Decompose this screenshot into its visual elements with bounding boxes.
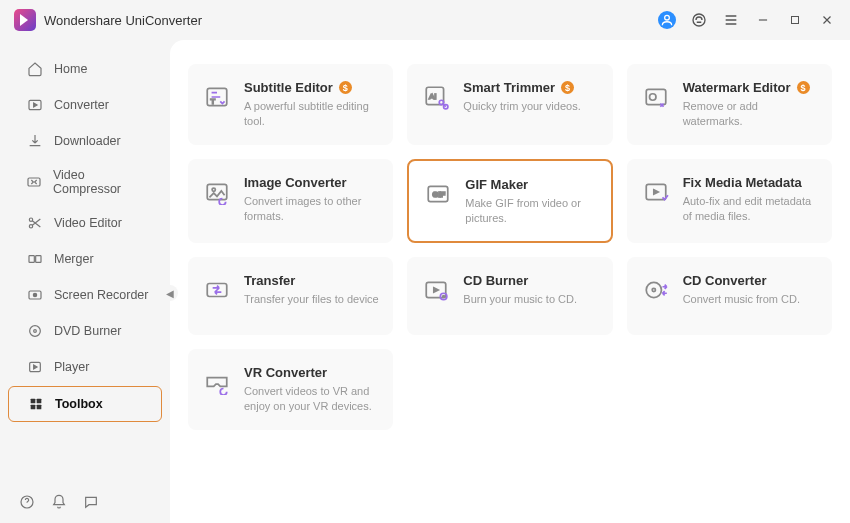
tool-description: Transfer your files to device bbox=[244, 292, 379, 307]
sidebar-item-label: DVD Burner bbox=[54, 324, 121, 338]
svg-point-10 bbox=[33, 293, 36, 296]
svg-point-12 bbox=[34, 330, 37, 333]
premium-badge-icon: $ bbox=[561, 81, 574, 94]
svg-point-5 bbox=[29, 218, 32, 221]
gif-icon: GIF bbox=[423, 179, 453, 209]
help-button[interactable] bbox=[18, 493, 36, 511]
converter-icon bbox=[26, 96, 44, 114]
tool-description: Convert music from CD. bbox=[683, 292, 818, 307]
feedback-button[interactable] bbox=[82, 493, 100, 511]
subtitle-icon: T bbox=[202, 82, 232, 112]
svg-rect-16 bbox=[31, 405, 36, 410]
sidebar-item-home[interactable]: Home bbox=[8, 52, 162, 86]
sidebar-collapse-button[interactable]: ◀ bbox=[162, 285, 178, 301]
tool-title: Fix Media Metadata bbox=[683, 175, 802, 190]
disc-icon bbox=[26, 322, 44, 340]
notifications-button[interactable] bbox=[50, 493, 68, 511]
sidebar-item-screen-recorder[interactable]: Screen Recorder bbox=[8, 278, 162, 312]
tool-description: Burn your music to CD. bbox=[463, 292, 598, 307]
home-icon bbox=[26, 60, 44, 78]
nav-list: Home Converter Downloader Video Compress… bbox=[0, 50, 170, 481]
sidebar-item-player[interactable]: Player bbox=[8, 350, 162, 384]
tool-card-cdburn[interactable]: CD BurnerBurn your music to CD. bbox=[407, 257, 612, 335]
tool-description: Convert images to other formats. bbox=[244, 194, 379, 224]
svg-rect-17 bbox=[37, 405, 42, 410]
sidebar-item-toolbox[interactable]: Toolbox bbox=[8, 386, 162, 422]
tool-card-metadata[interactable]: Fix Media MetadataAuto-fix and edit meta… bbox=[627, 159, 832, 244]
support-button[interactable] bbox=[690, 11, 708, 29]
tool-description: Make GIF from video or pictures. bbox=[465, 196, 596, 226]
main-content: TSubtitle Editor$A powerful subtitle edi… bbox=[170, 40, 850, 523]
titlebar: Wondershare UniConverter bbox=[0, 0, 850, 40]
svg-text:T: T bbox=[211, 97, 216, 106]
tool-title: Watermark Editor bbox=[683, 80, 791, 95]
svg-point-6 bbox=[29, 225, 32, 228]
tool-title: Smart Trimmer bbox=[463, 80, 555, 95]
sidebar-item-label: Home bbox=[54, 62, 87, 76]
premium-badge-icon: $ bbox=[339, 81, 352, 94]
tool-card-watermark[interactable]: Watermark Editor$Remove or add watermark… bbox=[627, 64, 832, 145]
minimize-button[interactable] bbox=[754, 11, 772, 29]
metadata-icon bbox=[641, 177, 671, 207]
svg-rect-2 bbox=[792, 17, 799, 24]
play-icon bbox=[26, 358, 44, 376]
sidebar-item-video-editor[interactable]: Video Editor bbox=[8, 206, 162, 240]
tool-title: Transfer bbox=[244, 273, 295, 288]
sidebar-item-label: Toolbox bbox=[55, 397, 103, 411]
premium-badge-icon: $ bbox=[797, 81, 810, 94]
tool-title: CD Burner bbox=[463, 273, 528, 288]
svg-point-0 bbox=[665, 15, 670, 20]
sidebar-item-label: Video Editor bbox=[54, 216, 122, 230]
sidebar-item-label: Converter bbox=[54, 98, 109, 112]
compress-icon bbox=[26, 173, 43, 191]
user-account-button[interactable] bbox=[658, 11, 676, 29]
svg-rect-15 bbox=[37, 399, 42, 404]
svg-rect-8 bbox=[36, 256, 41, 263]
sidebar-item-label: Screen Recorder bbox=[54, 288, 149, 302]
record-icon bbox=[26, 286, 44, 304]
cdburn-icon bbox=[421, 275, 451, 305]
sidebar-item-merger[interactable]: Merger bbox=[8, 242, 162, 276]
svg-rect-14 bbox=[31, 399, 36, 404]
tool-card-cdconv[interactable]: CD ConverterConvert music from CD. bbox=[627, 257, 832, 335]
sidebar-item-converter[interactable]: Converter bbox=[8, 88, 162, 122]
tool-card-trimmer[interactable]: AISmart Trimmer$Quicky trim your videos. bbox=[407, 64, 612, 145]
maximize-button[interactable] bbox=[786, 11, 804, 29]
tool-card-image[interactable]: Image ConverterConvert images to other f… bbox=[188, 159, 393, 244]
svg-point-26 bbox=[649, 94, 656, 101]
transfer-icon bbox=[202, 275, 232, 305]
svg-point-28 bbox=[212, 188, 215, 191]
sidebar-item-label: Video Compressor bbox=[53, 168, 150, 196]
tool-title: Subtitle Editor bbox=[244, 80, 333, 95]
tool-description: Auto-fix and edit metadata of media file… bbox=[683, 194, 818, 224]
svg-point-35 bbox=[443, 296, 445, 298]
sidebar-item-label: Player bbox=[54, 360, 89, 374]
svg-point-11 bbox=[30, 326, 41, 337]
sidebar-item-label: Downloader bbox=[54, 134, 121, 148]
tool-card-vr[interactable]: VR ConverterConvert videos to VR and enj… bbox=[188, 349, 393, 430]
svg-point-1 bbox=[693, 14, 705, 26]
tool-title: VR Converter bbox=[244, 365, 327, 380]
tool-card-gif[interactable]: GIFGIF MakerMake GIF from video or pictu… bbox=[407, 159, 612, 244]
tool-title: Image Converter bbox=[244, 175, 347, 190]
svg-text:AI: AI bbox=[429, 92, 437, 101]
sidebar-item-downloader[interactable]: Downloader bbox=[8, 124, 162, 158]
tool-description: Remove or add watermarks. bbox=[683, 99, 818, 129]
tool-description: Quicky trim your videos. bbox=[463, 99, 598, 114]
app-title: Wondershare UniConverter bbox=[44, 13, 202, 28]
tool-description: Convert videos to VR and enjoy on your V… bbox=[244, 384, 379, 414]
svg-text:GIF: GIF bbox=[433, 190, 446, 199]
tool-title: GIF Maker bbox=[465, 177, 528, 192]
svg-rect-7 bbox=[29, 256, 34, 263]
scissors-icon bbox=[26, 214, 44, 232]
menu-button[interactable] bbox=[722, 11, 740, 29]
vr-icon bbox=[202, 367, 232, 397]
sidebar-item-video-compressor[interactable]: Video Compressor bbox=[8, 160, 162, 204]
close-button[interactable] bbox=[818, 11, 836, 29]
merger-icon bbox=[26, 250, 44, 268]
app-logo-icon bbox=[14, 9, 36, 31]
sidebar-item-dvd-burner[interactable]: DVD Burner bbox=[8, 314, 162, 348]
tool-card-subtitle[interactable]: TSubtitle Editor$A powerful subtitle edi… bbox=[188, 64, 393, 145]
tool-card-transfer[interactable]: TransferTransfer your files to device bbox=[188, 257, 393, 335]
watermark-icon bbox=[641, 82, 671, 112]
